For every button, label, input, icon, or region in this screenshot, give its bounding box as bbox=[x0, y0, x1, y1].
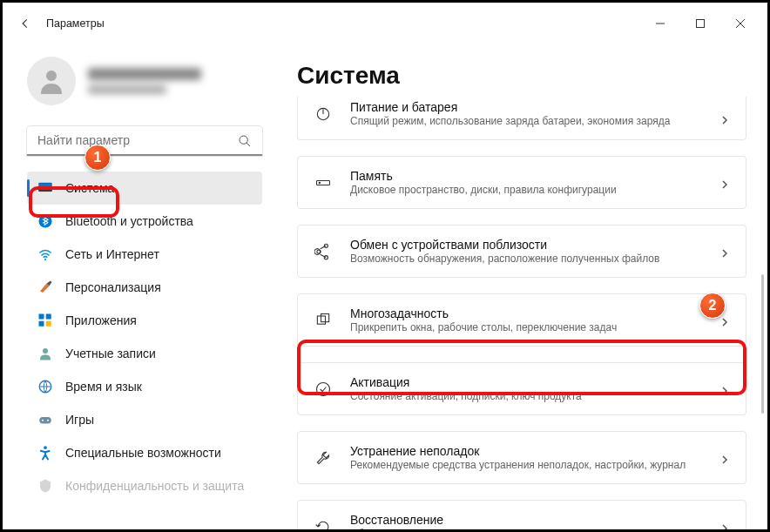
sidebar-item-label: Конфиденциальность и защита bbox=[65, 479, 244, 493]
window-controls bbox=[640, 10, 760, 37]
svg-rect-13 bbox=[39, 417, 51, 424]
svg-point-14 bbox=[42, 420, 44, 421]
chevron-right-icon bbox=[719, 113, 730, 124]
card-title: Активация bbox=[350, 375, 702, 389]
apps-icon bbox=[37, 313, 53, 328]
recovery-icon bbox=[314, 517, 333, 530]
card-title: Питание и батарея bbox=[350, 100, 702, 114]
svg-rect-0 bbox=[697, 20, 705, 28]
svg-point-19 bbox=[319, 182, 320, 183]
search-input[interactable] bbox=[27, 126, 262, 156]
sidebar-item-label: Игры bbox=[65, 413, 94, 427]
sidebar-item-bluetooth[interactable]: Bluetooth и устройства bbox=[27, 205, 262, 238]
card-sub: Дисковое пространство, диски, правила ко… bbox=[350, 184, 702, 196]
user-block[interactable] bbox=[27, 57, 262, 105]
sidebar-item-gaming[interactable]: Игры bbox=[27, 403, 262, 436]
close-icon bbox=[736, 19, 745, 28]
sidebar-item-system[interactable]: Система bbox=[27, 172, 262, 205]
close-button[interactable] bbox=[720, 10, 760, 37]
sidebar-item-network[interactable]: Сеть и Интернет bbox=[27, 238, 262, 271]
card-sub: Возможность обнаружения, расположение по… bbox=[350, 253, 702, 265]
sidebar-item-label: Bluetooth и устройства bbox=[65, 214, 193, 228]
svg-point-15 bbox=[47, 420, 49, 421]
wifi-icon bbox=[37, 246, 53, 262]
chevron-right-icon bbox=[719, 522, 730, 530]
card-troubleshoot[interactable]: Устранение неполадок Рекомендуемые средс… bbox=[297, 431, 746, 484]
sidebar-item-label: Учетные записи bbox=[65, 347, 156, 360]
accessibility-icon bbox=[37, 445, 53, 461]
brush-icon bbox=[37, 279, 53, 295]
back-icon bbox=[19, 17, 31, 30]
card-sub: Сброс, расширенные параметры запуска, ве… bbox=[350, 528, 702, 529]
annotation-callout-1: 1 bbox=[84, 145, 111, 171]
sidebar-item-label: Специальные возможности bbox=[65, 446, 221, 460]
card-title: Обмен с устройствами поблизости bbox=[350, 238, 702, 252]
multitask-icon bbox=[314, 311, 333, 330]
card-activation[interactable]: Активация Состояние активации, подписки,… bbox=[297, 362, 746, 415]
sidebar-item-personalization[interactable]: Персонализация bbox=[27, 271, 262, 304]
system-icon bbox=[37, 180, 53, 196]
sidebar-item-label: Персонализация bbox=[65, 280, 161, 294]
card-power[interactable]: Питание и батарея Спящий режим, использо… bbox=[297, 97, 746, 140]
globe-clock-icon bbox=[37, 379, 53, 394]
card-sub: Состояние активации, подписки, ключ прод… bbox=[350, 390, 702, 402]
page-title: Система bbox=[297, 62, 746, 90]
maximize-icon bbox=[696, 19, 705, 28]
chevron-right-icon bbox=[719, 453, 730, 463]
wrench-icon bbox=[314, 448, 333, 468]
chevron-right-icon bbox=[719, 246, 730, 257]
card-title: Память bbox=[350, 169, 702, 183]
window-title: Параметры bbox=[46, 17, 105, 30]
annotation-callout-2: 2 bbox=[699, 293, 726, 319]
svg-point-16 bbox=[44, 446, 47, 449]
power-icon bbox=[314, 104, 333, 124]
sidebar-item-accessibility[interactable]: Специальные возможности bbox=[27, 436, 262, 469]
search-container bbox=[27, 126, 262, 156]
sidebar-item-label: Сеть и Интернет bbox=[65, 247, 159, 261]
sidebar-item-label: Время и язык bbox=[65, 380, 142, 394]
storage-icon bbox=[314, 173, 333, 192]
card-sub: Прикрепить окна, рабочие столы, переключ… bbox=[350, 321, 702, 333]
avatar-icon bbox=[36, 65, 67, 97]
svg-rect-9 bbox=[39, 321, 44, 327]
svg-point-11 bbox=[43, 348, 48, 354]
svg-rect-4 bbox=[39, 190, 52, 192]
sidebar-item-apps[interactable]: Приложения bbox=[27, 304, 262, 337]
titlebar: Параметры bbox=[3, 3, 767, 44]
card-sub: Спящий режим, использование заряда батар… bbox=[350, 115, 702, 127]
sidebar-item-time[interactable]: Время и язык bbox=[27, 370, 262, 403]
card-recovery[interactable]: Восстановление Сброс, расширенные параме… bbox=[297, 500, 746, 529]
sidebar-item-accounts[interactable]: Учетные записи bbox=[27, 337, 262, 370]
minimize-icon bbox=[656, 19, 665, 28]
shield-icon bbox=[37, 478, 53, 494]
svg-rect-7 bbox=[39, 314, 44, 320]
svg-point-1 bbox=[46, 71, 57, 81]
svg-rect-8 bbox=[46, 314, 51, 320]
card-storage[interactable]: Память Дисковое пространство, диски, пра… bbox=[297, 156, 746, 209]
avatar bbox=[27, 57, 76, 105]
svg-point-2 bbox=[240, 136, 247, 144]
card-title: Устранение неполадок bbox=[350, 444, 702, 458]
chevron-right-icon bbox=[719, 315, 730, 326]
back-button[interactable] bbox=[10, 8, 41, 39]
svg-point-25 bbox=[317, 382, 330, 395]
sidebar-item-privacy[interactable]: Конфиденциальность и защита bbox=[27, 469, 262, 502]
maximize-button[interactable] bbox=[680, 10, 720, 37]
bluetooth-icon bbox=[37, 213, 53, 229]
gamepad-icon bbox=[37, 412, 53, 428]
person-icon bbox=[37, 346, 53, 361]
chevron-right-icon bbox=[719, 384, 730, 394]
card-nearby-sharing[interactable]: Обмен с устройствами поблизости Возможно… bbox=[297, 225, 746, 278]
card-sub: Рекомендуемые средства устранения непола… bbox=[350, 459, 702, 471]
search-icon bbox=[238, 134, 252, 148]
sidebar-item-label: Приложения bbox=[65, 313, 137, 327]
svg-rect-10 bbox=[46, 321, 51, 327]
main-panel: Система Питание и батарея Спящий режим, … bbox=[273, 44, 767, 529]
minimize-button[interactable] bbox=[640, 10, 680, 37]
chevron-right-icon bbox=[719, 178, 730, 188]
sidebar-item-label: Система bbox=[65, 181, 114, 195]
sidebar: Система Bluetooth и устройства Сеть и Ин… bbox=[3, 44, 273, 529]
card-multitasking[interactable]: Многозадачность Прикрепить окна, рабочие… bbox=[297, 293, 746, 347]
scrollbar[interactable] bbox=[761, 274, 764, 414]
card-title: Многозадачность bbox=[350, 306, 702, 320]
